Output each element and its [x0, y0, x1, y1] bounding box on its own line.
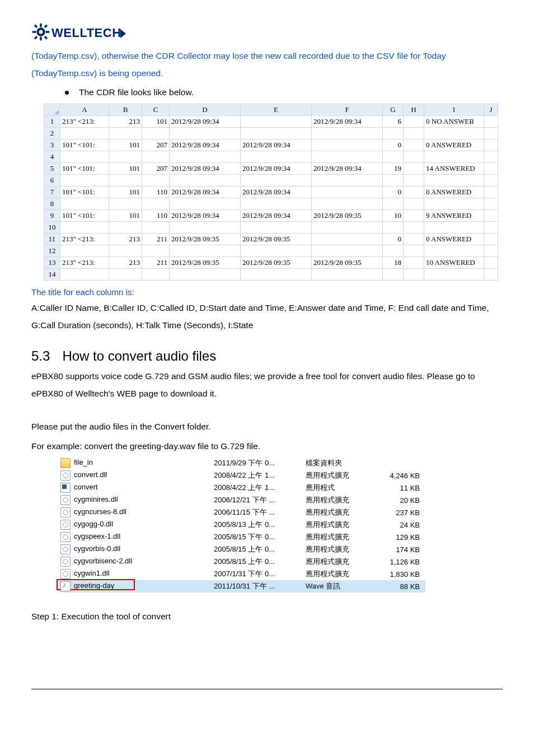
sheet-col-C: C: [142, 104, 170, 116]
sheet-cell: 0: [383, 234, 404, 245]
sheet-cell: 213" <213:: [60, 257, 109, 269]
sheet-row-10: 10: [44, 222, 60, 234]
file-name-cell[interactable]: cygwin1.dll: [58, 568, 212, 580]
sheet-cell: [170, 175, 241, 186]
file-name-cell[interactable]: cygncurses-8.dll: [58, 506, 212, 519]
sheet-cell: [60, 151, 109, 163]
file-type: 應用程式擴充: [303, 519, 373, 531]
svg-rect-7: [34, 36, 38, 40]
sheet-cell: 101: [142, 116, 170, 128]
sheet-cell: [484, 186, 498, 198]
file-name: cygwin1.dll: [74, 570, 110, 578]
sheet-cell: 0: [383, 186, 404, 198]
sheet-col-H: H: [404, 104, 424, 116]
sheet-cell: 2012/9/28 09:35: [312, 210, 383, 222]
file-row[interactable]: cygwin1.dll2007/1/31 下午 0...應用程式擴充1,830 …: [58, 568, 425, 580]
file-row[interactable]: convert2008/4/22 上午 1...應用程式11 KB: [58, 482, 425, 494]
file-row[interactable]: file_in2011/9/29 下午 0...檔案資料夾: [58, 457, 425, 469]
file-name-cell[interactable]: convert: [58, 482, 212, 494]
sheet-cell: [383, 198, 404, 210]
sheet-col-G: G: [383, 104, 404, 116]
file-name: cygminires.dll: [74, 496, 118, 504]
file-name-cell[interactable]: cygminires.dll: [58, 494, 212, 506]
logo-tail-icon: [120, 29, 126, 38]
sheet-cell: [404, 139, 424, 151]
sheet-cell: [484, 198, 498, 210]
sheet-col-B: B: [109, 104, 142, 116]
bullet-text: The CDR file looks like below.: [79, 84, 194, 100]
logo-text: WELLTECH: [51, 26, 126, 40]
sheet-cell: [60, 198, 109, 210]
sheet-row-14: 14: [44, 269, 60, 281]
sheet-cell: [404, 198, 424, 210]
sheet-cell: [404, 151, 424, 163]
sheet-cell: 101" <101:: [60, 186, 109, 198]
sheet-cell: [312, 175, 383, 186]
sheet-cell: [170, 222, 241, 234]
sheet-cell: [312, 198, 383, 210]
sheet-cell: [424, 269, 484, 281]
file-name: greeting-day: [74, 582, 114, 590]
file-name-cell[interactable]: convert.dll: [58, 469, 212, 482]
sheet-cell: [484, 269, 498, 281]
sheet-cell: [404, 269, 424, 281]
sheet-cell: [109, 222, 142, 234]
sheet-cell: [142, 198, 170, 210]
sheet-cell: 2012/9/28 09:35: [241, 257, 312, 269]
file-row[interactable]: cygogg-0.dll2005/8/13 上午 0...應用程式擴充24 KB: [58, 519, 425, 531]
sheet-cell: 14 ANSWERED: [424, 163, 484, 175]
file-date: 2007/1/31 下午 0...: [212, 568, 303, 580]
sheet-cell: [109, 269, 142, 281]
sheet-cell: [424, 222, 484, 234]
file-row[interactable]: cygncurses-8.dll2006/11/15 下午 ...應用程式擴充2…: [58, 506, 425, 519]
sheet-row-9: 9: [44, 210, 60, 222]
file-row[interactable]: cygvorbis-0.dll2005/8/15 上午 0...應用程式擴充17…: [58, 543, 425, 556]
sheet-cell: 2012/9/28 09:34: [312, 116, 383, 128]
file-row[interactable]: greeting-day2011/10/31 下午 ...Wave 音訊88 K…: [58, 580, 425, 592]
sheet-cell: [312, 151, 383, 163]
file-name-cell[interactable]: cygogg-0.dll: [58, 519, 212, 531]
section-body-1: ePBX80 supports voice code G.729 and GSM…: [31, 367, 503, 402]
file-name-cell[interactable]: cygspeex-1.dll: [58, 531, 212, 543]
sheet-cell: 2012/9/28 09:34: [312, 163, 383, 175]
file-type: 應用程式擴充: [303, 543, 373, 556]
file-name-cell[interactable]: cygvorbisenc-2.dll: [58, 556, 212, 568]
sheet-cell: [424, 245, 484, 257]
sheet-cell: [484, 139, 498, 151]
file-date: 2008/4/22 上午 1...: [212, 482, 303, 494]
file-name-cell[interactable]: cygvorbis-0.dll: [58, 543, 212, 556]
sheet-col-I: I: [424, 104, 484, 116]
sheet-cell: [142, 151, 170, 163]
file-name-cell[interactable]: greeting-day: [58, 580, 212, 592]
file-name: cygncurses-8.dll: [74, 508, 127, 516]
column-title-body: A:Caller ID Name, B:Caller ID, C:Called …: [31, 299, 503, 334]
sheet-cell: 18: [383, 257, 404, 269]
sheet-cell: 9 ANSWERED: [424, 210, 484, 222]
file-size: [373, 457, 425, 469]
file-row[interactable]: convert.dll2008/4/22 上午 1...應用程式擴充4,246 …: [58, 469, 425, 482]
sheet-cell: 101" <101:: [60, 139, 109, 151]
sheet-cell: 2012/9/28 09:35: [312, 257, 383, 269]
sheet-cell: [312, 128, 383, 139]
sheet-cell: [404, 257, 424, 269]
sheet-cell: [404, 163, 424, 175]
sheet-cell: [404, 116, 424, 128]
sheet-col-F: F: [312, 104, 383, 116]
sheet-cell: [484, 116, 498, 128]
file-row[interactable]: cygvorbisenc-2.dll2005/8/15 上午 0...應用程式擴…: [58, 556, 425, 568]
sheet-cell: [241, 269, 312, 281]
sheet-cell: [424, 175, 484, 186]
file-name: convert: [74, 483, 98, 492]
file-row[interactable]: cygminires.dll2006/12/21 下午 ...應用程式擴充20 …: [58, 494, 425, 506]
sheet-cell: 101" <101:: [60, 163, 109, 175]
sheet-cell: [109, 128, 142, 139]
sheet-col-D: D: [170, 104, 241, 116]
step-label: Step 1: Execution the tool of convert: [31, 612, 503, 622]
sheet-cell: 2012/9/28 09:35: [170, 234, 241, 245]
file-name-cell[interactable]: file_in: [58, 457, 212, 469]
file-name: file_in: [74, 459, 93, 467]
sheet-col-J: J: [484, 104, 498, 116]
file-row[interactable]: cygspeex-1.dll2005/8/15 下午 0...應用程式擴充129…: [58, 531, 425, 543]
sheet-cell: [241, 151, 312, 163]
svg-rect-1: [40, 24, 41, 27]
